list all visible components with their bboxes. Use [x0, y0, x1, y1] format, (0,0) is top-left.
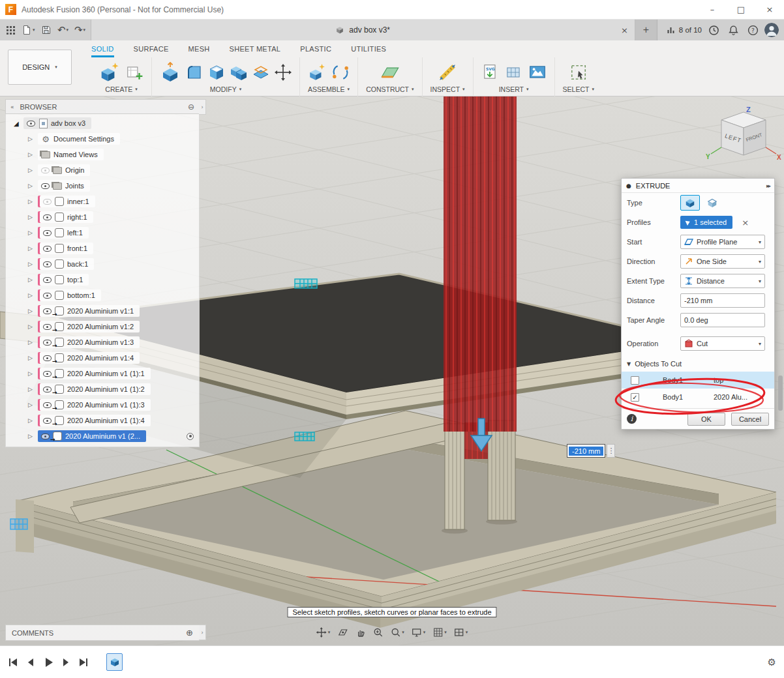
expand-chevron-icon[interactable]: ▷	[28, 402, 38, 408]
expand-chevron-icon[interactable]: ▷	[28, 339, 38, 346]
browser-tree-item[interactable]: ▷ right:1	[6, 209, 199, 225]
start-dropdown[interactable]: Profile Plane ▾	[680, 235, 765, 249]
distance-input[interactable]: -210 mm	[680, 293, 765, 308]
redo-button[interactable]: ↷▾	[72, 22, 88, 38]
distance-float-value[interactable]: -210 mm	[569, 447, 603, 456]
taper-angle-input[interactable]: 0.0 deg	[680, 313, 765, 327]
browser-tree-item[interactable]: ▷ 2020 Aluminium v1:2	[6, 319, 199, 334]
visibility-eye-icon[interactable]	[43, 387, 52, 392]
operation-dropdown[interactable]: Cut ▾	[680, 336, 765, 351]
expand-chevron-icon[interactable]: ▷	[28, 151, 38, 158]
object-checkbox[interactable]	[631, 376, 639, 385]
ribbon-tab[interactable]: PLASTIC	[300, 45, 331, 57]
browser-panel-header[interactable]: « BROWSER ⊖ ›	[5, 99, 200, 114]
drag-grip-icon[interactable]: ⋮	[607, 444, 615, 458]
extrude-type-solid-button[interactable]	[680, 195, 700, 211]
expand-chevron-icon[interactable]: ▷	[28, 167, 38, 173]
visibility-eye-icon[interactable]	[43, 214, 52, 220]
insert-svg-icon[interactable]: SVG	[481, 63, 500, 81]
pan-button[interactable]	[353, 626, 367, 639]
timeline-feature-extrude[interactable]	[106, 653, 123, 671]
free-orbit-button[interactable]: ▾	[314, 626, 333, 639]
fit-button[interactable]: ▾	[388, 626, 406, 639]
notifications-button[interactable]	[725, 22, 741, 38]
browser-tree-item[interactable]: ▷ back:1	[6, 256, 199, 272]
visibility-eye-icon[interactable]	[43, 340, 52, 346]
create-sketch-icon[interactable]	[125, 63, 143, 81]
view-cube[interactable]: Z LEFT FRONT Y X	[703, 106, 784, 171]
create-menu[interactable]: CREATE▾	[105, 85, 137, 95]
fillet-icon[interactable]	[186, 64, 203, 81]
browser-tree-item[interactable]: ▷ 2020 Aluminium v1:4	[6, 350, 199, 366]
browser-tree-item[interactable]: ▷ Joints	[6, 178, 199, 194]
file-menu-button[interactable]: ▾	[20, 22, 37, 38]
job-status[interactable]: 8 of 10	[667, 25, 702, 35]
visibility-eye-icon[interactable]	[27, 121, 35, 126]
visibility-eye-icon[interactable]	[43, 355, 52, 361]
browser-tree-item[interactable]: ▷ inner:1	[6, 194, 199, 209]
expand-chevron-icon[interactable]: ▷	[28, 245, 38, 252]
app-grid-button[interactable]	[3, 22, 18, 38]
combine-icon[interactable]	[230, 64, 247, 81]
extrude-type-thin-button[interactable]	[702, 195, 722, 211]
ribbon-tab[interactable]: SHEET METAL	[230, 45, 281, 57]
timeline-step-back-button[interactable]	[25, 657, 36, 668]
offset-face-icon[interactable]	[252, 64, 269, 81]
browser-tree-item[interactable]: ▷ Document Settings	[6, 131, 199, 147]
timeline-go-to-end-button[interactable]	[78, 657, 89, 668]
recent-activity-button[interactable]	[706, 22, 721, 38]
ribbon-tab[interactable]: MESH	[188, 45, 210, 57]
expand-chevron-icon[interactable]: ▷	[28, 433, 38, 439]
browser-tree-item[interactable]: ▷ 2020 Aluminium v1 (1):1	[6, 366, 199, 381]
browser-tree-item[interactable]: ▷ 2020 Aluminium v1:3	[6, 334, 199, 350]
visibility-eye-icon[interactable]	[43, 293, 52, 299]
dialog-expand-icon[interactable]: ▸▸	[766, 183, 770, 189]
new-tab-button[interactable]: +	[635, 20, 657, 40]
shell-icon[interactable]	[208, 64, 225, 81]
new-component-icon[interactable]	[308, 63, 326, 81]
visibility-eye-icon[interactable]	[43, 261, 52, 267]
modify-menu[interactable]: MODIFY▾	[210, 85, 241, 95]
close-button[interactable]: ×	[755, 0, 784, 20]
browser-tree-item[interactable]: ▷ 2020 Aluminium v1 (1):2	[6, 381, 199, 397]
move-copy-icon[interactable]	[275, 64, 292, 81]
visibility-eye-icon[interactable]	[41, 183, 50, 189]
activate-component-radio[interactable]	[187, 433, 194, 440]
construct-menu[interactable]: CONSTRUCT▾	[366, 85, 414, 95]
object-to-cut-row[interactable]: Body1 2020 Alu...	[622, 389, 774, 405]
ribbon-tab[interactable]: SOLID	[91, 45, 114, 57]
expand-chevron-icon[interactable]: ▷	[28, 261, 38, 267]
browser-tree-item[interactable]: ▷ bottom:1	[6, 287, 199, 303]
browser-tree-item[interactable]: ▷ front:1	[6, 241, 199, 256]
expand-chevron-icon[interactable]: ▷	[28, 229, 38, 236]
minimize-button[interactable]: –	[698, 0, 727, 20]
expand-chevron-icon[interactable]: ▷	[28, 417, 38, 424]
extent-type-dropdown[interactable]: Distance ▾	[680, 274, 765, 288]
extrude-preview-column[interactable]	[444, 96, 517, 459]
browser-tree-item[interactable]: ▷ top:1	[6, 272, 199, 287]
expand-chevron-icon[interactable]: ▷	[28, 292, 38, 299]
measure-icon[interactable]	[438, 63, 457, 81]
timeline-play-button[interactable]	[43, 657, 53, 668]
select-icon[interactable]	[569, 63, 588, 81]
visibility-eye-icon[interactable]	[43, 308, 52, 314]
help-button[interactable]: ?	[745, 22, 761, 38]
profiles-selected-badge[interactable]: 1 selected	[680, 216, 732, 229]
info-icon[interactable]: i	[627, 414, 637, 424]
viewports-button[interactable]: ▾	[452, 626, 470, 639]
section-collapse-icon[interactable]: ▼	[627, 361, 631, 367]
scrollbar-thumb[interactable]	[778, 376, 783, 411]
ok-button[interactable]: OK	[687, 413, 725, 426]
canvas-image-icon[interactable]	[528, 63, 547, 81]
panel-flyout-handle[interactable]: ›	[199, 625, 206, 640]
objects-to-cut-section[interactable]: ▼ Objects To Cut	[622, 355, 774, 372]
visibility-eye-icon[interactable]	[43, 230, 52, 236]
press-pull-icon[interactable]	[160, 62, 181, 83]
browser-tree-item[interactable]: ▷ 2020 Aluminium v1 (1):3	[6, 397, 199, 413]
inspect-menu[interactable]: INSPECT▾	[430, 85, 465, 95]
browser-tree-item[interactable]: ▷ 2020 Aluminium v1:1	[6, 303, 199, 319]
undo-button[interactable]: ↶▾	[55, 22, 71, 38]
assemble-menu[interactable]: ASSEMBLE▾	[308, 85, 350, 95]
viewport[interactable]: « BROWSER ⊖ › ◢ adv box v3	[0, 96, 784, 645]
visibility-eye-icon[interactable]	[43, 199, 52, 205]
